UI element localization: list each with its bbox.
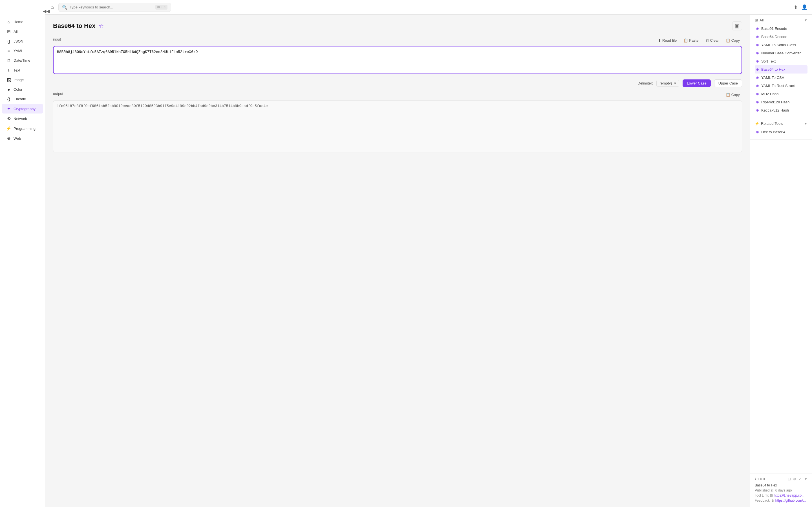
- sidebar-item-encode[interactable]: {}Encode: [2, 94, 43, 104]
- footer-tool-link-icon: ⊡: [770, 494, 774, 497]
- footer-feedback-icon: ⊕: [771, 499, 775, 503]
- topbar: ⌂ 🔍 ⌘ + K ⬆ 👤: [45, 0, 812, 15]
- clear-label: Clear: [710, 38, 719, 43]
- panel-all-item[interactable]: ⊕MD2 Hash: [755, 90, 808, 98]
- version-icons: ⊡ ⊕ ✓ ▼: [788, 477, 808, 481]
- panel-item-icon: ⊕: [756, 67, 759, 71]
- upper-case-button[interactable]: Upper Case: [714, 79, 742, 87]
- sidebar-item-network[interactable]: ⟲Network: [2, 114, 43, 123]
- sidebar-collapse-button[interactable]: ◀◀: [42, 7, 51, 15]
- panel-all-item[interactable]: ⊕YAML To CSV: [755, 73, 808, 82]
- panel-all-item[interactable]: ⊕Base64 to Hex: [755, 65, 808, 73]
- version-check-icon[interactable]: ✓: [799, 477, 802, 481]
- programming-icon: ⚡: [6, 126, 11, 131]
- datetime-icon: 🗓: [6, 58, 11, 63]
- version-info-icon: ℹ: [755, 477, 756, 481]
- cryptography-icon: ✦: [6, 106, 11, 111]
- panel-all-item[interactable]: ⊕Ripemd128 Hash: [755, 98, 808, 106]
- panel-item-label: YAML To CSV: [761, 75, 784, 80]
- footer-published: Published at: 6 days ago: [755, 489, 808, 492]
- all-section-icon: ⊞: [755, 18, 758, 22]
- search-shortcut: ⌘ + K: [155, 5, 167, 10]
- panel-all-item[interactable]: ⊕YAML To Kotlin Class: [755, 41, 808, 49]
- output-actions: 📋 Copy: [723, 92, 742, 98]
- footer-tool-name: Base64 to Hex: [755, 483, 808, 487]
- content-area: Base64 to Hex ☆ ▣ input ⬆ Read file 📋 Pa…: [45, 15, 812, 507]
- sidebar-item-label: All: [13, 30, 17, 34]
- sidebar-item-web[interactable]: ⊕Web: [2, 133, 43, 143]
- panel-all-item[interactable]: ⊕Keccak512 Hash: [755, 106, 808, 114]
- sidebar-item-label: Cryptography: [13, 107, 36, 111]
- panel-item-label: Base64 Decode: [761, 35, 788, 39]
- output-copy-button[interactable]: 📋 Copy: [723, 92, 742, 98]
- sidebar-item-programming[interactable]: ⚡Programming: [2, 124, 43, 133]
- sidebar-item-label: Image: [13, 78, 24, 82]
- sidebar-item-label: Encode: [13, 97, 26, 101]
- output-textarea[interactable]: 1fc05187c8f8f0ef6861ab5fbb9019ceae80f512…: [53, 100, 742, 152]
- panel-item-label: YAML To Kotlin Class: [761, 43, 796, 47]
- related-section-title: ⚡ Related Tools: [755, 121, 783, 126]
- panel-all-item[interactable]: ⊕Sort Text: [755, 57, 808, 65]
- paste-button[interactable]: 📋 Paste: [681, 37, 701, 44]
- all-panel-items: ⊕Base91 Encode⊕Base64 Decode⊕YAML To Kot…: [755, 24, 808, 114]
- sidebar-item-yaml[interactable]: ≡YAML: [2, 46, 43, 55]
- sidebar-item-home[interactable]: ⌂Home: [2, 17, 43, 26]
- related-section-icon: ⚡: [755, 121, 759, 126]
- footer-tool-link[interactable]: https://t.he3app.co...: [774, 494, 804, 497]
- panel-all-item[interactable]: ⊕Number Base Converter: [755, 49, 808, 57]
- image-icon: 🖼: [6, 77, 11, 82]
- panel-item-icon: ⊕: [756, 43, 759, 47]
- version-label: ℹ 1.0.0: [755, 477, 765, 481]
- delimiter-chevron-icon: ▾: [674, 81, 676, 86]
- share-button[interactable]: ⬆: [794, 4, 798, 10]
- panel-all-item[interactable]: ⊕Base64 Decode: [755, 33, 808, 41]
- delimiter-row: Delimiter: (empty) ▾ Lower Case Upper Ca…: [53, 79, 742, 87]
- version-copy-icon[interactable]: ⊡: [788, 477, 791, 481]
- version-chevron-icon[interactable]: ▼: [804, 477, 808, 481]
- panel-item-icon: ⊕: [756, 75, 759, 80]
- sidebar-item-label: JSON: [13, 39, 23, 43]
- input-copy-icon: 📋: [726, 38, 730, 43]
- sidebar: ◀◀ ⌂Home⊞All{}JSON≡YAML🗓Date/TimeTᵢText🖼…: [0, 0, 45, 507]
- layout-button[interactable]: ▣: [732, 21, 742, 31]
- delimiter-select[interactable]: (empty) ▾: [656, 80, 679, 87]
- sidebar-item-text[interactable]: TᵢText: [2, 65, 43, 75]
- lower-case-button[interactable]: Lower Case: [682, 79, 711, 87]
- input-textarea[interactable]: H8BRh8j48O9oYatfu5AZzq6A9RlNhZO5H16dQZng…: [53, 46, 742, 74]
- sidebar-item-label: YAML: [13, 49, 23, 53]
- user-button[interactable]: 👤: [801, 4, 808, 10]
- sidebar-item-datetime[interactable]: 🗓Date/Time: [2, 56, 43, 65]
- clear-icon: 🗑: [705, 38, 709, 43]
- text-icon: Tᵢ: [6, 68, 11, 73]
- sidebar-item-cryptography[interactable]: ✦Cryptography: [2, 104, 43, 114]
- panel-item-label: Keccak512 Hash: [761, 108, 789, 112]
- sidebar-item-all[interactable]: ⊞All: [2, 27, 43, 36]
- panel-all-item[interactable]: ⊕Base91 Encode: [755, 24, 808, 33]
- footer-tool-link-label: Tool Link:: [755, 494, 769, 497]
- sidebar-item-image[interactable]: 🖼Image: [2, 75, 43, 84]
- all-section-header[interactable]: ⊞ All ▼: [755, 18, 808, 22]
- output-copy-icon: 📋: [726, 93, 730, 97]
- panel-item-label: Base91 Encode: [761, 26, 787, 31]
- sidebar-item-json[interactable]: {}JSON: [2, 37, 43, 46]
- input-copy-button[interactable]: 📋 Copy: [723, 37, 742, 44]
- all-section-chevron-icon: ▼: [804, 18, 808, 22]
- panel-item-label: Base64 to Hex: [761, 67, 785, 71]
- panel-spacer: [750, 140, 812, 473]
- sidebar-item-label: Color: [13, 87, 22, 92]
- sidebar-item-color[interactable]: ●Color: [2, 85, 43, 94]
- favorite-button[interactable]: ☆: [99, 22, 104, 29]
- search-input[interactable]: [70, 5, 153, 9]
- delimiter-value: (empty): [659, 81, 672, 86]
- related-section-header[interactable]: ⚡ Related Tools ▼: [755, 121, 808, 126]
- home-icon: ⌂: [6, 19, 11, 24]
- panel-all-item[interactable]: ⊕YAML To Rust Struct: [755, 82, 808, 90]
- footer-feedback-label: Feedback:: [755, 499, 770, 503]
- read-file-button[interactable]: ⬆ Read file: [656, 37, 679, 44]
- network-icon: ⟲: [6, 116, 11, 121]
- version-globe-icon[interactable]: ⊕: [793, 477, 796, 481]
- footer-feedback-link[interactable]: https://github.com/...: [775, 499, 806, 503]
- clear-button[interactable]: 🗑 Clear: [703, 37, 721, 44]
- panel-related-item[interactable]: ⊕Hex to Base64: [755, 128, 808, 136]
- panel-item-label: Ripemd128 Hash: [761, 100, 790, 104]
